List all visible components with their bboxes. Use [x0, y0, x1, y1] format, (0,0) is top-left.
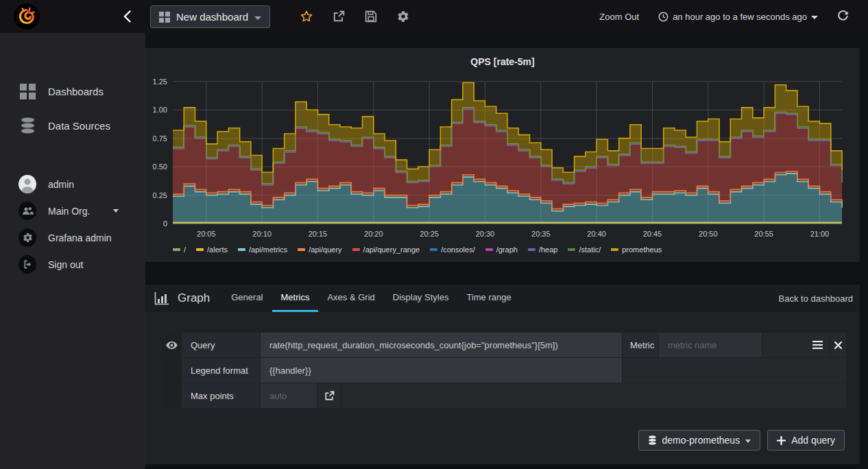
time-range-picker[interactable]: an hour ago to a few seconds ago — [658, 12, 818, 22]
legend-series-label: /graph — [496, 245, 518, 254]
chevron-down-icon — [811, 16, 818, 19]
legend-format-label: Legend format — [182, 358, 260, 383]
svg-text:20:05: 20:05 — [197, 230, 216, 238]
legend-series-label: /api/query — [309, 245, 341, 254]
collapse-sidebar-chevron-icon[interactable] — [120, 9, 134, 24]
star-icon[interactable] — [300, 10, 313, 23]
svg-text:0.75: 0.75 — [153, 134, 167, 143]
sidebar-item-label: Data Sources — [48, 120, 110, 132]
legend-color-chip — [528, 248, 535, 251]
query-menu-button[interactable] — [762, 333, 830, 357]
legend-item[interactable]: /consoles/ — [430, 245, 475, 254]
panel-type-label: Graph — [178, 291, 210, 305]
svg-text:20:15: 20:15 — [309, 230, 328, 238]
legend-item[interactable]: /graph — [485, 245, 518, 254]
time-range-label: an hour ago to a few seconds ago — [673, 12, 807, 22]
sign-out-icon — [19, 255, 36, 274]
sidebar-item-main-org[interactable]: Main Org. — [0, 197, 145, 224]
legend-format-input[interactable]: {{handler}} — [261, 358, 622, 383]
sidebar-item-label: Grafana admin — [48, 232, 112, 243]
svg-text:0: 0 — [163, 219, 167, 228]
legend-item[interactable]: /api/metrics — [238, 245, 287, 254]
plus-icon — [777, 436, 786, 445]
back-to-dashboard-link[interactable]: Back to dashboard — [779, 285, 860, 312]
query-export-button[interactable] — [317, 383, 341, 408]
users-icon — [19, 202, 36, 220]
database-icon — [19, 117, 36, 134]
gear-icon[interactable] — [397, 10, 409, 23]
legend-color-chip — [298, 248, 305, 251]
legend-item[interactable]: prometheus — [611, 245, 662, 254]
grafana-app: New dashboard Zoom Out an hour ago to a … — [0, 0, 868, 469]
sidebar-item-label: Sign out — [48, 259, 83, 270]
panel-type: Graph — [145, 285, 222, 312]
chevron-down-icon — [254, 16, 261, 20]
qps-stacked-area-chart[interactable]: 00.250.500.751.001.2520:0520:1020:1520:2… — [151, 75, 854, 241]
toggle-query-visibility-button[interactable] — [162, 333, 181, 357]
metric-name-input[interactable]: metric name — [659, 333, 762, 357]
legend-series-label: /alerts — [207, 245, 228, 254]
max-points-input[interactable]: auto — [261, 383, 317, 408]
chart-legend: //alerts/api/metrics/api/query/api/query… — [173, 245, 662, 254]
sidebar: Dashboards Data Sources admin Main Org. — [0, 33, 145, 469]
row-spacer — [162, 383, 181, 408]
sidebar-item-label: Main Org. — [48, 206, 90, 217]
tab-general[interactable]: General — [222, 285, 272, 312]
share-icon — [324, 391, 335, 401]
tab-metrics[interactable]: Metrics — [272, 285, 319, 312]
svg-text:21:00: 21:00 — [810, 230, 830, 238]
svg-text:20:40: 20:40 — [587, 230, 606, 238]
sidebar-item-admin-profile[interactable]: admin — [0, 171, 145, 197]
legend-item[interactable]: /alerts — [196, 245, 228, 254]
remove-query-button[interactable] — [830, 333, 846, 357]
legend-item[interactable]: /heap — [528, 245, 558, 254]
refresh-icon[interactable] — [837, 10, 849, 24]
legend-item[interactable]: /static/ — [568, 245, 601, 254]
datasource-name: demo-prometheus — [662, 435, 740, 446]
legend-color-chip — [173, 248, 180, 251]
svg-text:20:35: 20:35 — [531, 230, 551, 238]
share-icon[interactable] — [333, 10, 345, 23]
tab-display-styles[interactable]: Display Styles — [384, 285, 458, 312]
panel-title[interactable]: QPS [rate-5m] — [145, 56, 860, 67]
datasource-dropdown-button[interactable]: demo-prometheus — [638, 430, 761, 450]
zoom-out-button[interactable]: Zoom Out — [599, 12, 639, 22]
svg-text:20:55: 20:55 — [754, 230, 773, 238]
svg-text:20:20: 20:20 — [364, 230, 383, 238]
query-expression-input[interactable]: rate(http_request_duration_microseconds_… — [261, 333, 622, 357]
svg-text:20:25: 20:25 — [420, 230, 439, 238]
save-icon[interactable] — [365, 10, 377, 23]
legend-series-label: prometheus — [622, 245, 662, 254]
legend-color-chip — [352, 248, 360, 251]
query-editor-table: Query rate(http_request_duration_microse… — [162, 333, 846, 408]
dashboard-grid-icon — [159, 12, 170, 23]
bar-chart-icon — [154, 292, 169, 305]
navbar-action-icons — [300, 0, 409, 33]
grafana-logo-icon[interactable] — [14, 3, 40, 29]
legend-item[interactable]: /api/query_range — [352, 245, 420, 254]
sidebar-item-data-sources[interactable]: Data Sources — [0, 108, 145, 143]
metric-label: Metric — [623, 333, 658, 357]
add-query-label: Add query — [791, 435, 835, 446]
legend-color-chip — [568, 248, 575, 251]
grid-icon — [19, 84, 36, 99]
sidebar-item-dashboards[interactable]: Dashboards — [0, 74, 145, 108]
legend-format-row: Legend format {{handler}} — [162, 358, 846, 383]
editor-actions: demo-prometheus Add query — [638, 430, 845, 450]
dashboard-title: New dashboard — [176, 11, 248, 23]
graph-panel: QPS [rate-5m] 00.250.500.751.001.2520:05… — [145, 48, 860, 262]
dashboard-picker-button[interactable]: New dashboard — [150, 5, 270, 28]
tab-axes-grid[interactable]: Axes & Grid — [318, 285, 383, 312]
database-icon — [648, 435, 657, 445]
legend-series-label: /consoles/ — [441, 245, 475, 254]
query-row: Query rate(http_request_duration_microse… — [162, 333, 846, 357]
sidebar-item-sign-out[interactable]: Sign out — [0, 251, 145, 278]
editor-body: Query rate(http_request_duration_microse… — [145, 312, 860, 464]
svg-text:1.00: 1.00 — [153, 106, 167, 114]
tab-time-range[interactable]: Time range — [457, 285, 520, 312]
add-query-button[interactable]: Add query — [767, 430, 845, 450]
legend-color-chip — [238, 248, 245, 251]
legend-item[interactable]: / — [173, 245, 186, 254]
legend-item[interactable]: /api/query — [298, 245, 341, 254]
sidebar-item-grafana-admin[interactable]: Grafana admin — [0, 224, 145, 251]
